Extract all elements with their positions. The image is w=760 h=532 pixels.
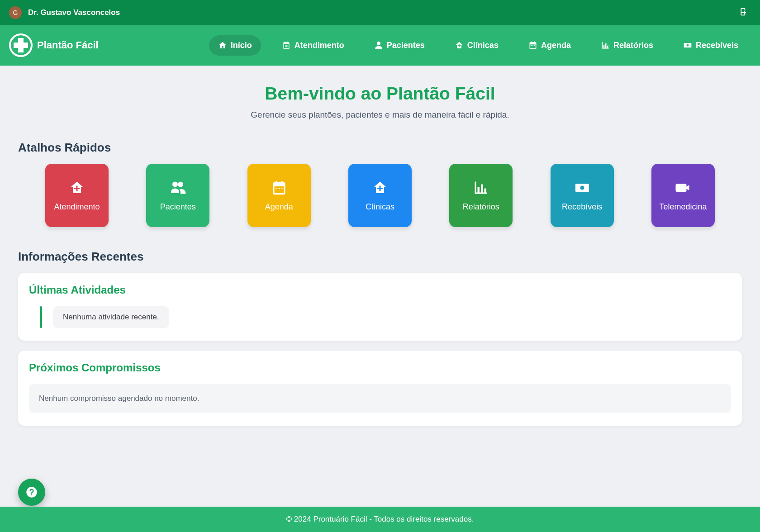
nav-pacientes[interactable]: Pacientes <box>365 35 434 56</box>
nav-label: Início <box>231 41 252 50</box>
topbar-user[interactable]: G Dr. Gustavo Vasconcelos <box>9 6 120 19</box>
shortcut-clinicas[interactable]: Clínicas <box>348 164 412 227</box>
house-medical-icon <box>455 41 464 50</box>
nav-label: Clínicas <box>467 41 499 50</box>
card-title: Últimas Atividades <box>29 284 731 296</box>
clipboard-icon <box>282 41 291 50</box>
brand-logo-icon <box>9 33 33 57</box>
tile-label: Pacientes <box>160 202 196 212</box>
nav-agenda[interactable]: Agenda <box>519 35 580 56</box>
activity-timeline: Nenhuma atividade recente. <box>29 306 731 328</box>
main-content: Bem-vindo ao Plantão Fácil Gerencie seus… <box>0 66 760 490</box>
card-activities: Últimas Atividades Nenhuma atividade rec… <box>18 273 742 341</box>
video-icon <box>675 180 691 196</box>
money-icon <box>574 180 590 196</box>
user-name: Dr. Gustavo Vasconcelos <box>28 8 120 17</box>
shortcut-atendimento[interactable]: Atendimento <box>45 164 109 227</box>
calendar-icon <box>271 180 287 196</box>
tile-label: Recebíveis <box>562 202 602 212</box>
users-icon <box>170 180 186 196</box>
nav-atendimento[interactable]: Atendimento <box>273 35 353 56</box>
nav-clinicas[interactable]: Clínicas <box>446 35 508 56</box>
calendar-icon <box>528 41 537 50</box>
tile-label: Clínicas <box>366 202 394 212</box>
help-icon <box>25 486 38 499</box>
money-icon <box>683 41 692 50</box>
shortcut-pacientes[interactable]: Pacientes <box>146 164 209 227</box>
home-icon <box>218 41 227 50</box>
nav-inicio[interactable]: Início <box>209 35 261 56</box>
card-title: Próximos Compromissos <box>29 361 731 374</box>
logout-icon[interactable] <box>737 7 747 19</box>
navbar: Plantão Fácil Início Atendimento Pacient… <box>0 25 760 66</box>
shortcut-recebiveis[interactable]: Recebíveis <box>551 164 614 227</box>
brand[interactable]: Plantão Fácil <box>9 33 99 57</box>
shortcuts-row: Atendimento Pacientes Agenda Clínicas Re… <box>18 164 742 227</box>
shortcuts-heading: Atalhos Rápidos <box>18 141 742 155</box>
nav-label: Recebíveis <box>696 41 738 50</box>
activity-empty-chip: Nenhuma atividade recente. <box>53 306 169 328</box>
shortcut-telemedicina[interactable]: Telemedicina <box>651 164 715 227</box>
nav-recebiveis[interactable]: Recebíveis <box>674 35 747 56</box>
house-medical-icon <box>372 180 388 196</box>
footer: © 2024 Prontuário Fácil - Todos os direi… <box>0 507 760 532</box>
welcome-subtitle: Gerencie seus plantões, pacientes e mais… <box>18 110 742 120</box>
house-medical-icon <box>69 180 85 196</box>
user-icon <box>374 41 383 50</box>
chart-icon <box>601 41 610 50</box>
footer-text: © 2024 Prontuário Fácil - Todos os direi… <box>286 515 474 523</box>
nav-links: Início Atendimento Pacientes Clínicas Ag… <box>209 35 747 56</box>
tile-label: Relatórios <box>463 202 499 212</box>
help-fab[interactable] <box>18 479 45 506</box>
nav-relatorios[interactable]: Relatórios <box>592 35 662 56</box>
welcome-title: Bem-vindo ao Plantão Fácil <box>18 84 742 104</box>
nav-label: Pacientes <box>387 41 425 50</box>
timeline-bar <box>40 306 42 328</box>
nav-label: Agenda <box>541 41 571 50</box>
nav-label: Relatórios <box>613 41 653 50</box>
shortcut-relatorios[interactable]: Relatórios <box>449 164 513 227</box>
tile-label: Atendimento <box>54 202 100 212</box>
avatar: G <box>9 6 22 19</box>
card-appointments: Próximos Compromissos Nenhum compromisso… <box>18 351 742 426</box>
welcome-block: Bem-vindo ao Plantão Fácil Gerencie seus… <box>18 84 742 120</box>
topbar: G Dr. Gustavo Vasconcelos <box>0 0 760 25</box>
recent-heading: Informações Recentes <box>18 250 742 264</box>
tile-label: Telemedicina <box>659 202 707 212</box>
brand-text: Plantão Fácil <box>37 39 99 51</box>
shortcut-agenda[interactable]: Agenda <box>247 164 311 227</box>
tile-label: Agenda <box>265 202 293 212</box>
appointments-empty: Nenhum compromisso agendado no momento. <box>29 384 731 413</box>
chart-icon <box>473 180 489 196</box>
nav-label: Atendimento <box>294 41 344 50</box>
